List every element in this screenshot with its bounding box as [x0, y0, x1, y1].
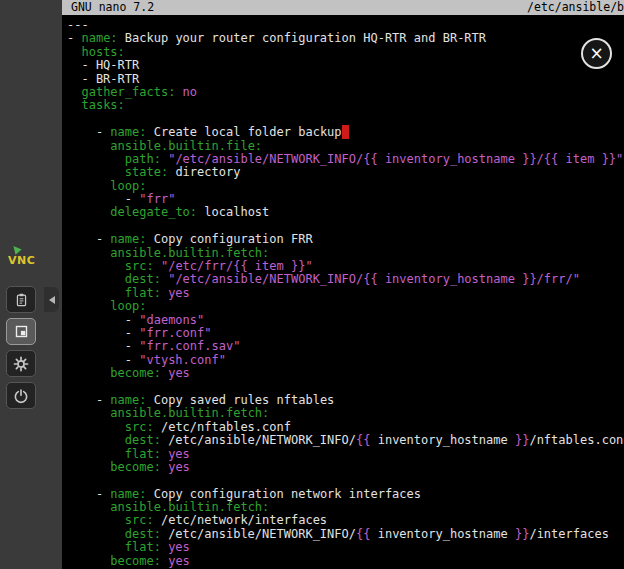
chevron-left-icon	[49, 296, 55, 304]
novnc-logo-arrow-icon	[10, 243, 21, 254]
editor-line: become: yes	[67, 555, 624, 568]
editor-line	[67, 113, 624, 126]
editor-line: src: /etc/nftables.conf	[67, 421, 624, 434]
nano-titlebar: GNU nano 7.2 /etc/ansible/b	[62, 0, 624, 15]
editor-line: ansible.builtin.fetch:	[67, 407, 624, 420]
editor-line: dest: /etc/ansible/NETWORK_INFO/{{ inven…	[67, 434, 624, 447]
editor-line: dest: /etc/ansible/NETWORK_INFO/{{ inven…	[67, 528, 624, 541]
gear-icon	[13, 356, 29, 372]
editor-line: - name: Create local folder backup	[67, 126, 624, 139]
terminal-window[interactable]: GNU nano 7.2 /etc/ansible/b ---- name: B…	[62, 0, 624, 569]
editor-line: ansible.builtin.file:	[67, 140, 624, 153]
nano-file-path: /etc/ansible/b	[527, 0, 624, 15]
editor-line: - "frr.conf"	[67, 327, 624, 340]
clipboard-button[interactable]	[6, 286, 36, 313]
editor-line: flat: yes	[67, 541, 624, 554]
editor-line: - "frr.conf.sav"	[67, 340, 624, 353]
editor-line: src: /etc/network/interfaces	[67, 514, 624, 527]
editor-line	[67, 474, 624, 487]
editor-line: path: "/etc/ansible/NETWORK_INFO/{{ inve…	[67, 153, 624, 166]
editor-line: state: directory	[67, 166, 624, 179]
novnc-logo-text: VNC	[8, 254, 42, 267]
editor-line: delegate_to: localhost	[67, 206, 624, 219]
editor-line: - name: Copy configuration FRR	[67, 233, 624, 246]
nano-version: GNU nano 7.2	[71, 0, 154, 15]
power-icon	[13, 388, 29, 404]
editor-line: - "daemons"	[67, 314, 624, 327]
editor-line: ---	[67, 19, 624, 32]
editor-line: loop:	[67, 300, 624, 313]
editor-line: - BR-RTR	[67, 73, 624, 86]
editor-line: loop:	[67, 180, 624, 193]
editor-line: become: yes	[67, 367, 624, 380]
editor-line: dest: "/etc/ansible/NETWORK_INFO/{{ inve…	[67, 273, 624, 286]
control-bar-handle[interactable]	[44, 287, 59, 312]
close-button[interactable]: ×	[581, 38, 612, 69]
editor-line	[67, 381, 624, 394]
editor-line: - name: Backup your router configuration…	[67, 32, 624, 45]
power-button[interactable]	[6, 382, 36, 409]
editor-line: flat: yes	[67, 448, 624, 461]
settings-button[interactable]	[6, 350, 36, 377]
novnc-logo: VNC	[8, 245, 42, 267]
editor-line: tasks:	[67, 99, 624, 112]
editor-line: - "frr"	[67, 193, 624, 206]
editor-line	[67, 220, 624, 233]
editor-line: - HQ-RTR	[67, 59, 624, 72]
editor-line: ansible.builtin.fetch:	[67, 247, 624, 260]
editor-content[interactable]: ---- name: Backup your router configurat…	[62, 15, 624, 568]
fullscreen-icon	[14, 324, 29, 339]
editor-line: - name: Copy configuration network inter…	[67, 488, 624, 501]
editor-line: hosts:	[67, 46, 624, 59]
editor-line: - name: Copy saved rules nftables	[67, 394, 624, 407]
editor-line: gather_facts: no	[67, 86, 624, 99]
editor-line: - "vtysh.conf"	[67, 354, 624, 367]
editor-line: src: "/etc/frr/{{ item }}"	[67, 260, 624, 273]
close-icon: ×	[589, 45, 603, 62]
editor-line: become: yes	[67, 461, 624, 474]
editor-line: ansible.builtin.fetch:	[67, 501, 624, 514]
editor-line: flat: yes	[67, 287, 624, 300]
clipboard-icon	[14, 292, 29, 308]
fullscreen-button[interactable]	[6, 318, 36, 345]
